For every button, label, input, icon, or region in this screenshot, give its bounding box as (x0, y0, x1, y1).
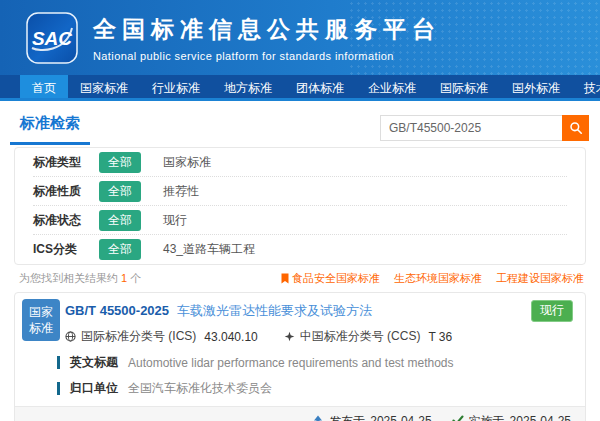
committee-label: 归口单位 (70, 380, 118, 397)
filter-label: 标准状态 (33, 212, 99, 229)
nav-tab-local-standards[interactable]: 地方标准 (212, 75, 284, 98)
header-text-block: 全国标准信息公共服务平台 National public service pla… (93, 14, 441, 62)
results-count-suffix: 个 (130, 272, 141, 284)
filter-option[interactable]: 国家标准 (163, 154, 211, 171)
published-label: 发布于 (329, 413, 365, 421)
filter-option[interactable]: 推荐性 (163, 183, 199, 200)
compass-star-icon (284, 331, 295, 342)
bookmark-icon (281, 273, 289, 284)
english-title-row: 英文标题 Automotive lidar performance requir… (57, 354, 573, 371)
english-title-value: Automotive lidar performance requirement… (128, 356, 454, 370)
quick-link-label: 工程建设国家标准 (496, 271, 584, 286)
filter-label: 标准类型 (33, 154, 99, 171)
implemented-label: 实施于 (469, 413, 505, 421)
filter-row-ics-category: ICS分类 全部 43_道路车辆工程 (33, 235, 567, 264)
implement-check-icon (452, 415, 464, 421)
ccs-value: T 36 (428, 330, 452, 344)
filter-row-standard-type: 标准类型 全部 国家标准 (33, 148, 567, 177)
link-food-safety-standards[interactable]: 食品安全国家标准 (281, 271, 380, 286)
nav-tab-technical[interactable]: 技术 (572, 75, 600, 98)
filter-option[interactable]: 43_道路车辆工程 (163, 241, 255, 258)
nav-tab-group-standards[interactable]: 团体标准 (284, 75, 356, 98)
filter-all-chip[interactable]: 全部 (99, 210, 141, 231)
implemented-date: 2025-04-25 (510, 414, 571, 421)
committee-row: 归口单位 全国汽车标准化技术委员会 (57, 380, 573, 397)
nav-tab-international-standards[interactable]: 国际标准 (428, 75, 500, 98)
type-badge-line1: 国家 (22, 304, 60, 320)
card-body: GB/T 45500-2025 车载激光雷达性能要求及试验方法 国际标准分类号 … (15, 293, 585, 397)
main-nav: 首页 国家标准 行业标准 地方标准 团体标准 企业标准 国际标准 国外标准 技术 (0, 75, 600, 101)
english-title-label: 英文标题 (70, 354, 118, 371)
classification-row: 国际标准分类号 (ICS) 43.040.10 中国标准分类号 (CCS) T … (65, 328, 573, 345)
nav-tab-enterprise-standards[interactable]: 企业标准 (356, 75, 428, 98)
filter-row-standard-status: 标准状态 全部 现行 (33, 206, 567, 235)
field-accent-bar (57, 356, 60, 369)
sac-logo-icon: SAC (26, 12, 78, 64)
ccs-label: 中国标准分类号 (CCS) (300, 328, 421, 345)
globe-icon (65, 331, 76, 342)
ics-label: 国际标准分类号 (ICS) (81, 328, 196, 345)
type-badge-line2: 标准 (22, 320, 60, 336)
results-bar: 为您找到相关结果约1个 食品安全国家标准 生态环境国家标准 工程建设国家标准 (19, 271, 584, 286)
card-footer: 发布于 2025-04-25 实施于 2025-04-25 (15, 406, 585, 421)
standard-code: GB/T 45500-2025 (65, 303, 169, 318)
site-subtitle: National public service platform for sta… (93, 50, 441, 62)
publish-upload-icon (312, 415, 324, 421)
quick-links: 食品安全国家标准 生态环境国家标准 工程建设国家标准 (281, 271, 584, 286)
results-count-prefix: 为您找到相关结果约 (19, 272, 118, 284)
implemented-date-item: 实施于 2025-04-25 (452, 413, 571, 421)
search-icon (569, 121, 583, 135)
filter-option[interactable]: 现行 (163, 212, 187, 229)
nav-tab-national-standards[interactable]: 国家标准 (68, 75, 140, 98)
standard-result-card: 国家 标准 现行 GB/T 45500-2025 车载激光雷达性能要求及试验方法… (14, 292, 586, 421)
standard-title-cn: 车载激光雷达性能要求及试验方法 (177, 302, 372, 320)
svg-text:SAC: SAC (32, 28, 72, 49)
results-count-number: 1 (121, 272, 127, 284)
filter-label: ICS分类 (33, 241, 99, 258)
search-section: 标准检索 (0, 101, 600, 145)
filter-panel: 标准类型 全部 国家标准 标准性质 全部 推荐性 标准状态 全部 现行 ICS分… (14, 147, 586, 265)
search-button[interactable] (562, 115, 589, 141)
results-count: 为您找到相关结果约1个 (19, 271, 141, 286)
published-date-item: 发布于 2025-04-25 (312, 413, 431, 421)
filter-label: 标准性质 (33, 183, 99, 200)
field-accent-bar (57, 382, 60, 395)
site-header: SAC 全国标准信息公共服务平台 National public service… (0, 0, 600, 75)
search-input[interactable] (380, 115, 562, 141)
nav-tab-industry-standards[interactable]: 行业标准 (140, 75, 212, 98)
ccs-meta: 中国标准分类号 (CCS) T 36 (284, 328, 452, 345)
published-date: 2025-04-25 (370, 414, 431, 421)
quick-link-label: 食品安全国家标准 (292, 271, 380, 286)
nav-tab-foreign-standards[interactable]: 国外标准 (500, 75, 572, 98)
ics-value: 43.040.10 (204, 330, 257, 344)
filter-row-standard-nature: 标准性质 全部 推荐性 (33, 177, 567, 206)
filter-all-chip[interactable]: 全部 (99, 181, 141, 202)
ics-meta: 国际标准分类号 (ICS) 43.040.10 (65, 328, 258, 345)
quick-link-label: 生态环境国家标准 (394, 271, 482, 286)
filter-all-chip[interactable]: 全部 (99, 152, 141, 173)
filter-all-chip[interactable]: 全部 (99, 239, 141, 260)
nav-tab-home[interactable]: 首页 (20, 75, 68, 98)
site-title: 全国标准信息公共服务平台 (93, 14, 441, 45)
link-eco-environment-standards[interactable]: 生态环境国家标准 (394, 271, 482, 286)
link-engineering-construction-standards[interactable]: 工程建设国家标准 (496, 271, 584, 286)
standard-type-badge: 国家 标准 (22, 299, 60, 341)
committee-value: 全国汽车标准化技术委员会 (128, 380, 272, 397)
status-badge: 现行 (531, 300, 573, 322)
search-section-title: 标准检索 (10, 114, 90, 145)
search-box (380, 115, 589, 141)
standard-title-link[interactable]: GB/T 45500-2025 车载激光雷达性能要求及试验方法 (65, 302, 573, 320)
